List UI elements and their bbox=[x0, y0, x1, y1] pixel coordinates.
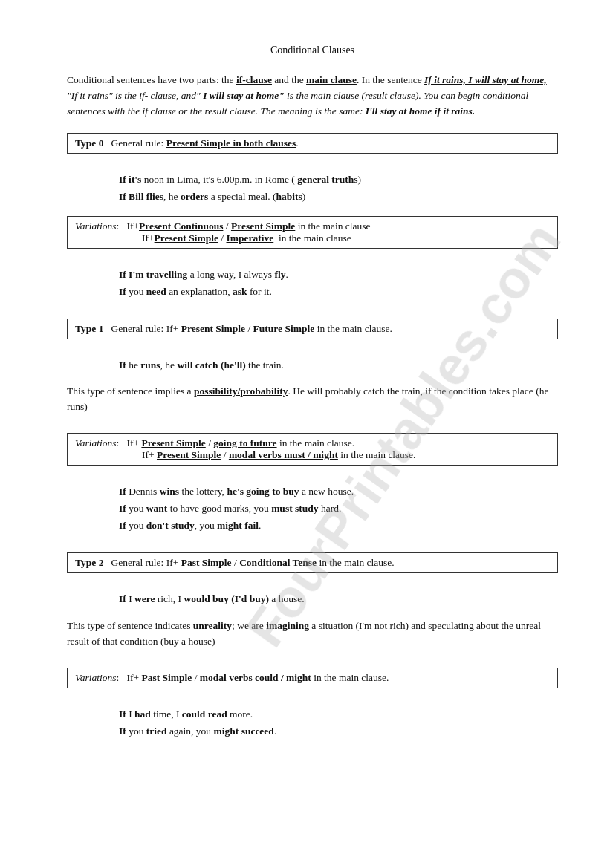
page-title: Conditional Clauses bbox=[67, 45, 558, 56]
type2-var-examples: If I had time, I could read more. If you… bbox=[67, 699, 558, 751]
type1-var-1: If+ Present Simple / going to future in … bbox=[126, 437, 354, 448]
type0-var-2: If+Present Simple / Imperative in the ma… bbox=[142, 232, 351, 244]
type1-var-2: If+ Present Simple / modal verbs must / … bbox=[142, 449, 415, 460]
type0-label: Type 0 bbox=[75, 137, 103, 149]
type1-rule-box: Type 1 General rule: If+ Present Simple … bbox=[67, 319, 558, 339]
type0-example-2: If Bill flies, he orders a special meal.… bbox=[119, 189, 528, 206]
type1-var-ex-1: If Dennis wins the lottery, he's going t… bbox=[119, 483, 528, 500]
type0-variations-box: Variations: If+Present Continuous / Pres… bbox=[67, 216, 558, 249]
type0-var-ex-2: If you need an explanation, ask for it. bbox=[119, 284, 528, 301]
type0-rule-box: Type 0 General rule: Present Simple in b… bbox=[67, 133, 558, 154]
type2-example: If I were rich, I would buy (I'd buy) a … bbox=[67, 584, 558, 619]
type1-example: If he runs, he will catch (he'll) the tr… bbox=[67, 350, 558, 385]
type1-ex-1: If he runs, he will catch (he'll) the tr… bbox=[119, 357, 528, 374]
type0-var-ex-1: If I'm travelling a long way, I always f… bbox=[119, 267, 528, 284]
type0-var-1: If+Present Continuous / Present Simple i… bbox=[126, 221, 370, 232]
type2-explanation: This type of sentence indicates unrealit… bbox=[67, 619, 558, 657]
type1-explanation: This type of sentence implies a possibil… bbox=[67, 384, 558, 422]
type2-ex-1: If I were rich, I would buy (I'd buy) a … bbox=[119, 591, 528, 608]
type1-label: Type 1 bbox=[75, 323, 103, 334]
type2-var-ex-2: If you tried again, you might succeed. bbox=[119, 723, 528, 740]
type0-examples: If it's noon in Lima, it's 6.00p.m. in R… bbox=[67, 164, 558, 216]
intro-paragraph: Conditional sentences have two parts: th… bbox=[67, 73, 558, 120]
type2-var-1: If+ Past Simple / modal verbs could / mi… bbox=[126, 672, 389, 683]
type2-rule-box: Type 2 General rule: If+ Past Simple / C… bbox=[67, 552, 558, 573]
type2-var-ex-1: If I had time, I could read more. bbox=[119, 706, 528, 723]
type0-var-examples: If I'm travelling a long way, I always f… bbox=[67, 259, 558, 311]
type1-var-ex-2: If you want to have good marks, you must… bbox=[119, 500, 528, 518]
type1-var-examples: If Dennis wins the lottery, he's going t… bbox=[67, 476, 558, 545]
type1-variations-box: Variations: If+ Present Simple / going t… bbox=[67, 433, 558, 466]
type2-label: Type 2 bbox=[75, 557, 103, 568]
type0-example-1: If it's noon in Lima, it's 6.00p.m. in R… bbox=[119, 172, 528, 189]
type2-variations-box: Variations: If+ Past Simple / modal verb… bbox=[67, 668, 558, 688]
type1-var-ex-3: If you don't study, you might fail. bbox=[119, 518, 528, 535]
